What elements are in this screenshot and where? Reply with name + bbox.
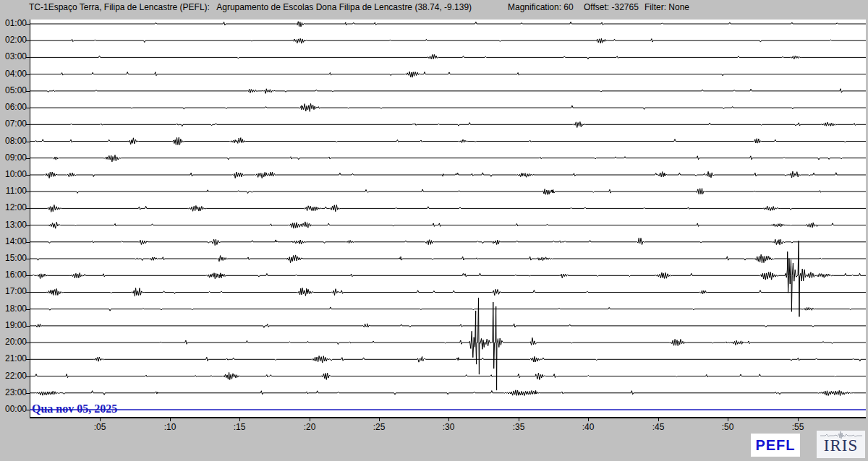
minute-tick — [379, 418, 380, 421]
hour-label: 11:00 — [0, 186, 27, 196]
minute-tick — [448, 418, 449, 421]
hour-tick — [26, 175, 30, 176]
iris-logo: IRIS — [817, 431, 865, 458]
hour-label: 23:00 — [0, 387, 27, 397]
helicorder-plot[interactable] — [30, 18, 866, 420]
minute-label: :10 — [158, 422, 182, 432]
date-label: Qua nov 05, 2025 — [32, 402, 117, 415]
iris-logo-text: IRIS — [824, 438, 858, 454]
minute-label: :05 — [88, 422, 112, 432]
hour-tick — [26, 242, 30, 243]
magnification-label: Magnification: 60 — [508, 2, 574, 12]
minute-label: :40 — [576, 422, 600, 432]
hour-tick — [26, 376, 30, 377]
hour-tick — [26, 275, 30, 276]
minute-tick — [519, 418, 519, 421]
hour-tick — [26, 142, 30, 142]
hour-label: 05:00 — [0, 85, 27, 95]
hour-label: 17:00 — [0, 286, 27, 296]
minute-label: :30 — [436, 422, 461, 432]
minute-tick — [728, 418, 728, 421]
minute-label: :15 — [227, 422, 252, 432]
hour-tick — [26, 259, 30, 259]
hour-tick — [26, 225, 30, 226]
hour-tick — [26, 108, 30, 108]
minute-tick — [588, 418, 589, 421]
pefl-logo: PEFL — [751, 434, 800, 457]
hour-tick — [26, 124, 30, 125]
hour-label: 02:00 — [0, 35, 27, 45]
hour-tick — [26, 359, 30, 360]
hour-label: 09:00 — [0, 152, 27, 163]
minute-tick — [100, 418, 101, 421]
hour-tick — [26, 393, 30, 394]
minute-tick — [798, 418, 799, 421]
filter-label: Filter: None — [644, 2, 689, 12]
hour-tick — [26, 292, 30, 293]
minute-tick — [239, 418, 240, 421]
hour-label: 06:00 — [0, 102, 27, 112]
hour-tick — [26, 91, 30, 92]
hour-tick — [26, 208, 30, 209]
hour-tick — [26, 191, 30, 192]
hour-label: 10:00 — [0, 169, 27, 179]
minute-label: :20 — [297, 422, 322, 432]
hour-label: 04:00 — [0, 69, 27, 79]
hour-label: 00:00 — [0, 404, 27, 414]
hour-label: 03:00 — [0, 51, 27, 61]
minute-label: :35 — [506, 422, 531, 432]
hour-label: 08:00 — [0, 136, 27, 146]
station-title: TC-1Espaço Terra, Filipa de Lencastre (P… — [29, 2, 472, 12]
hour-label: 13:00 — [0, 220, 27, 230]
hour-label: 16:00 — [0, 270, 27, 280]
minute-label: :25 — [367, 422, 391, 432]
hour-label: 20:00 — [0, 337, 27, 347]
hour-tick — [26, 24, 30, 25]
hour-label: 15:00 — [0, 253, 27, 263]
hour-label: 21:00 — [0, 353, 27, 363]
hour-tick — [26, 158, 30, 159]
offset-label: Offset: -32765 — [584, 2, 639, 12]
hour-tick — [26, 326, 30, 327]
minute-tick — [310, 418, 310, 421]
hour-label: 18:00 — [0, 303, 27, 314]
hour-label: 01:00 — [0, 18, 27, 28]
minute-label: :50 — [715, 422, 740, 432]
hour-tick — [26, 410, 30, 410]
hour-label: 19:00 — [0, 320, 27, 330]
hour-label: 14:00 — [0, 236, 27, 246]
minute-label: :55 — [786, 422, 810, 432]
hour-tick — [26, 342, 30, 343]
minute-tick — [658, 418, 659, 421]
hour-tick — [26, 57, 30, 58]
pefl-logo-text: PEFL — [755, 437, 795, 454]
minute-tick — [170, 418, 171, 421]
hour-tick — [26, 309, 30, 310]
hour-label: 07:00 — [0, 119, 27, 129]
hour-label: 22:00 — [0, 371, 27, 381]
minute-label: :45 — [646, 422, 671, 432]
hour-label: 12:00 — [0, 202, 27, 212]
hour-tick — [26, 40, 30, 41]
helicorder-window: TC-1Espaço Terra, Filipa de Lencastre (P… — [0, 0, 868, 461]
hour-tick — [26, 74, 30, 75]
